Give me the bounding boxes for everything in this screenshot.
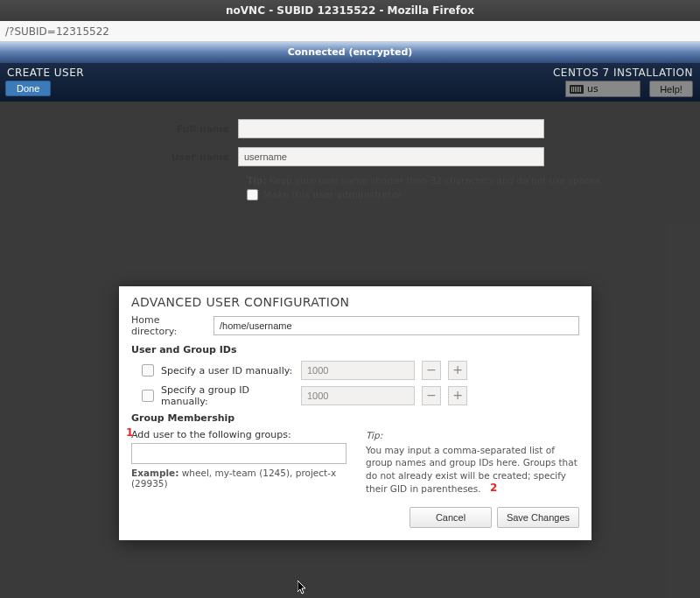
user-name-label: User name (0, 151, 238, 163)
annotation-2: 2 (490, 482, 497, 494)
home-dir-input[interactable] (214, 316, 579, 335)
admin-checkbox[interactable] (247, 189, 258, 201)
full-name-input[interactable] (238, 119, 544, 138)
example-prefix: Example: (131, 468, 178, 478)
installer-area: CREATE USER Done CENTOS 7 INSTALLATION u… (0, 63, 700, 598)
mouse-cursor-icon (298, 580, 308, 594)
browser-url-bar[interactable]: /?SUBID=12315522 (0, 21, 700, 42)
add-groups-label: Add user to the following groups: (131, 429, 350, 440)
dialog-title: ADVANCED USER CONFIGURATION (131, 295, 579, 309)
group-membership-heading: Group Membership (131, 412, 579, 424)
username-tip-prefix: Tip: (247, 175, 266, 186)
keyboard-icon (570, 85, 584, 94)
gid-manual-checkbox[interactable] (142, 390, 154, 402)
advanced-user-config-dialog: ADVANCED USER CONFIGURATION Home directo… (119, 286, 592, 540)
gid-increment-button[interactable]: + (448, 386, 467, 405)
group-tip-prefix: Tip: (366, 429, 579, 442)
uid-input (301, 361, 415, 380)
gid-manual-label: Specify a group ID manually: (161, 384, 294, 407)
home-dir-label: Home directory: (131, 314, 206, 337)
done-button[interactable]: Done (5, 81, 51, 96)
add-groups-input[interactable] (131, 443, 346, 464)
help-button[interactable]: Help! (649, 81, 693, 97)
keyboard-layout-selector[interactable]: us (565, 81, 640, 97)
annotation-1: 1 (126, 426, 133, 439)
installer-product-title: CENTOS 7 INSTALLATION (553, 67, 693, 79)
gid-input (301, 386, 415, 405)
cancel-button[interactable]: Cancel (410, 507, 492, 528)
installer-screen-title: CREATE USER (7, 67, 84, 79)
gid-decrement-button[interactable]: − (422, 386, 441, 405)
full-name-label: Full name (0, 123, 238, 135)
create-user-form: Full name User name Tip: Keep your user … (0, 119, 700, 201)
save-changes-button[interactable]: Save Changes (497, 507, 579, 528)
uid-manual-label: Specify a user ID manually: (161, 365, 294, 376)
ids-heading: User and Group IDs (131, 344, 579, 355)
admin-checkbox-label: Make this user administrator (263, 189, 402, 201)
user-name-input[interactable] (238, 147, 544, 166)
username-tip-text: Keep your user name shorter than 32 char… (270, 175, 603, 186)
window-titlebar: noVNC - SUBID 12315522 - Mozilla Firefox (0, 0, 700, 21)
uid-manual-checkbox[interactable] (142, 364, 154, 376)
uid-increment-button[interactable]: + (448, 361, 467, 380)
installer-header: CREATE USER Done CENTOS 7 INSTALLATION u… (0, 63, 700, 102)
uid-decrement-button[interactable]: − (422, 361, 441, 380)
vnc-status-banner: Connected (encrypted) (0, 42, 700, 63)
keyboard-layout-label: us (587, 83, 598, 95)
group-tip-text: You may input a comma-separated list of … (366, 445, 578, 494)
